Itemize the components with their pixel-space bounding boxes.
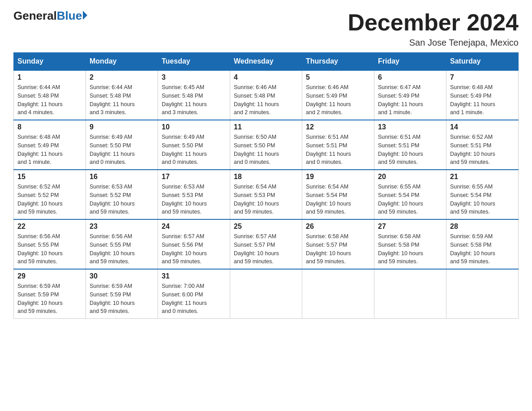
logo-blue-text: Blue [57,9,82,23]
calendar-day-27: 27Sunrise: 6:58 AM Sunset: 5:58 PM Dayli… [374,219,446,269]
calendar-day-4: 4Sunrise: 6:46 AM Sunset: 5:48 PM Daylig… [230,70,302,120]
calendar-day-11: 11Sunrise: 6:50 AM Sunset: 5:50 PM Dayli… [230,120,302,170]
day-info: Sunrise: 6:54 AM Sunset: 5:54 PM Dayligh… [306,183,370,216]
calendar-day-2: 2Sunrise: 6:44 AM Sunset: 5:48 PM Daylig… [86,70,158,120]
day-info: Sunrise: 6:44 AM Sunset: 5:48 PM Dayligh… [17,83,82,117]
day-info: Sunrise: 6:59 AM Sunset: 5:58 PM Dayligh… [450,232,515,266]
day-number: 11 [234,123,298,131]
logo-arrow-icon [83,11,87,20]
day-number: 20 [378,173,442,181]
calendar-day-16: 16Sunrise: 6:53 AM Sunset: 5:52 PM Dayli… [86,170,158,219]
calendar-header-sunday: Sunday [14,53,86,71]
day-info: Sunrise: 6:58 AM Sunset: 5:57 PM Dayligh… [306,232,370,266]
calendar-empty-cell [230,269,302,319]
day-number: 31 [162,272,226,280]
day-number: 21 [450,173,515,181]
calendar-header-tuesday: Tuesday [158,53,230,71]
calendar-day-31: 31Sunrise: 7:00 AM Sunset: 6:00 PM Dayli… [158,269,230,319]
day-info: Sunrise: 6:44 AM Sunset: 5:48 PM Dayligh… [90,83,154,117]
calendar-header-row: SundayMondayTuesdayWednesdayThursdayFrid… [14,53,519,71]
day-info: Sunrise: 6:51 AM Sunset: 5:51 PM Dayligh… [378,133,442,167]
day-info: Sunrise: 6:56 AM Sunset: 5:55 PM Dayligh… [17,232,82,266]
calendar-day-25: 25Sunrise: 6:57 AM Sunset: 5:57 PM Dayli… [230,219,302,269]
day-info: Sunrise: 6:53 AM Sunset: 5:53 PM Dayligh… [162,183,226,216]
calendar-day-9: 9Sunrise: 6:49 AM Sunset: 5:50 PM Daylig… [86,120,158,170]
day-info: Sunrise: 6:57 AM Sunset: 5:57 PM Dayligh… [234,232,298,266]
calendar-empty-cell [446,269,519,319]
day-info: Sunrise: 6:56 AM Sunset: 5:55 PM Dayligh… [90,232,154,266]
day-info: Sunrise: 6:52 AM Sunset: 5:52 PM Dayligh… [17,183,82,216]
day-info: Sunrise: 6:49 AM Sunset: 5:50 PM Dayligh… [90,133,154,167]
calendar-day-23: 23Sunrise: 6:56 AM Sunset: 5:55 PM Dayli… [86,219,158,269]
calendar-day-19: 19Sunrise: 6:54 AM Sunset: 5:54 PM Dayli… [302,170,374,219]
calendar-header-friday: Friday [374,53,446,71]
calendar-week-row: 1Sunrise: 6:44 AM Sunset: 5:48 PM Daylig… [14,70,519,120]
day-info: Sunrise: 6:50 AM Sunset: 5:50 PM Dayligh… [234,133,298,167]
day-info: Sunrise: 7:00 AM Sunset: 6:00 PM Dayligh… [162,282,226,316]
day-number: 25 [234,223,298,231]
day-number: 16 [90,173,154,181]
day-info: Sunrise: 6:49 AM Sunset: 5:50 PM Dayligh… [162,133,226,167]
calendar-empty-cell [302,269,374,319]
calendar-header-thursday: Thursday [302,53,374,71]
calendar-header-monday: Monday [86,53,158,71]
day-number: 18 [234,173,298,181]
day-number: 1 [17,73,82,81]
calendar-day-26: 26Sunrise: 6:58 AM Sunset: 5:57 PM Dayli… [302,219,374,269]
calendar-day-14: 14Sunrise: 6:52 AM Sunset: 5:51 PM Dayli… [446,120,519,170]
day-number: 30 [90,272,154,280]
day-number: 12 [306,123,370,131]
calendar-empty-cell [374,269,446,319]
calendar-week-row: 8Sunrise: 6:48 AM Sunset: 5:49 PM Daylig… [14,120,519,170]
calendar-day-3: 3Sunrise: 6:45 AM Sunset: 5:48 PM Daylig… [158,70,230,120]
day-info: Sunrise: 6:55 AM Sunset: 5:54 PM Dayligh… [378,183,442,216]
day-number: 29 [17,272,82,280]
day-info: Sunrise: 6:46 AM Sunset: 5:48 PM Dayligh… [234,83,298,117]
day-info: Sunrise: 6:51 AM Sunset: 5:51 PM Dayligh… [306,133,370,167]
day-number: 23 [90,223,154,231]
calendar-day-5: 5Sunrise: 6:46 AM Sunset: 5:49 PM Daylig… [302,70,374,120]
calendar-day-12: 12Sunrise: 6:51 AM Sunset: 5:51 PM Dayli… [302,120,374,170]
day-number: 28 [450,223,515,231]
day-number: 15 [17,173,82,181]
logo: General Blue [13,9,87,23]
calendar-day-18: 18Sunrise: 6:54 AM Sunset: 5:53 PM Dayli… [230,170,302,219]
logo-blue-part: Blue [57,9,87,23]
day-info: Sunrise: 6:59 AM Sunset: 5:59 PM Dayligh… [17,282,82,316]
month-title: December 2024 [348,9,519,36]
calendar-day-7: 7Sunrise: 6:48 AM Sunset: 5:49 PM Daylig… [446,70,519,120]
calendar-day-20: 20Sunrise: 6:55 AM Sunset: 5:54 PM Dayli… [374,170,446,219]
calendar-day-28: 28Sunrise: 6:59 AM Sunset: 5:58 PM Dayli… [446,219,519,269]
day-number: 26 [306,223,370,231]
calendar-table: SundayMondayTuesdayWednesdayThursdayFrid… [13,52,519,319]
calendar-week-row: 15Sunrise: 6:52 AM Sunset: 5:52 PM Dayli… [14,170,519,219]
calendar-day-30: 30Sunrise: 6:59 AM Sunset: 5:59 PM Dayli… [86,269,158,319]
calendar-day-6: 6Sunrise: 6:47 AM Sunset: 5:49 PM Daylig… [374,70,446,120]
day-info: Sunrise: 6:47 AM Sunset: 5:49 PM Dayligh… [378,83,442,117]
logo-general-text: General [13,9,57,23]
title-section: December 2024 San Jose Tenejapa, Mexico [348,9,519,48]
day-info: Sunrise: 6:46 AM Sunset: 5:49 PM Dayligh… [306,83,370,117]
day-number: 7 [450,73,515,81]
day-number: 14 [450,123,515,131]
day-info: Sunrise: 6:59 AM Sunset: 5:59 PM Dayligh… [90,282,154,316]
day-info: Sunrise: 6:48 AM Sunset: 5:49 PM Dayligh… [17,133,82,167]
day-info: Sunrise: 6:58 AM Sunset: 5:58 PM Dayligh… [378,232,442,266]
calendar-header-wednesday: Wednesday [230,53,302,71]
day-number: 8 [17,123,82,131]
day-info: Sunrise: 6:57 AM Sunset: 5:56 PM Dayligh… [162,232,226,266]
day-number: 13 [378,123,442,131]
day-number: 5 [306,73,370,81]
day-number: 10 [162,123,226,131]
day-number: 22 [17,223,82,231]
calendar-day-21: 21Sunrise: 6:55 AM Sunset: 5:54 PM Dayli… [446,170,519,219]
day-number: 2 [90,73,154,81]
day-info: Sunrise: 6:53 AM Sunset: 5:52 PM Dayligh… [90,183,154,216]
day-number: 17 [162,173,226,181]
location-subtitle: San Jose Tenejapa, Mexico [348,38,519,48]
calendar-day-17: 17Sunrise: 6:53 AM Sunset: 5:53 PM Dayli… [158,170,230,219]
calendar-day-10: 10Sunrise: 6:49 AM Sunset: 5:50 PM Dayli… [158,120,230,170]
calendar-day-24: 24Sunrise: 6:57 AM Sunset: 5:56 PM Dayli… [158,219,230,269]
day-info: Sunrise: 6:55 AM Sunset: 5:54 PM Dayligh… [450,183,515,216]
day-number: 19 [306,173,370,181]
